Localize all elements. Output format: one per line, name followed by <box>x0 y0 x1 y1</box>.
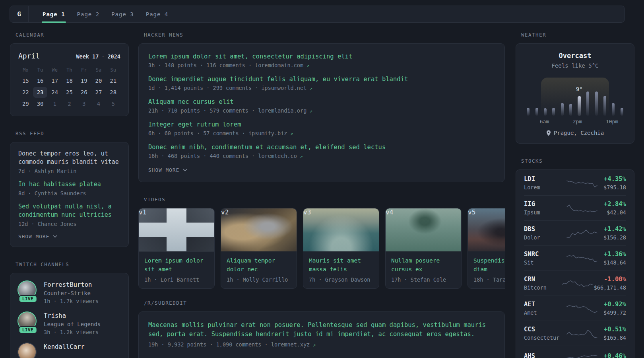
page-tab-label: Page 1 <box>43 11 65 18</box>
hackernews-item-title[interactable]: Donec enim nibh, condimentum et accumsan… <box>148 143 495 151</box>
calendar-day[interactable]: 29 <box>18 98 33 109</box>
rss-item: Sed volutpat nulla nisl, a condimentum n… <box>18 202 120 227</box>
calendar-day[interactable]: 15 <box>18 75 33 86</box>
calendar-day[interactable]: 17 <box>47 75 62 86</box>
video-card[interactable]: v2 Aliquam tempor dolor nec pharetra… 1h… <box>221 208 297 289</box>
hackernews-item-title[interactable]: Donec imperdiet augue tincidunt felis al… <box>148 75 495 83</box>
video-info: Aliquam tempor dolor nec pharetra… 1h · … <box>221 251 297 288</box>
rss-list: Donec tempor eros leo, ut commodo mauris… <box>18 150 120 227</box>
stock-row-ldi[interactable]: LDI Lorem +4.35% $795.18 <box>524 171 626 195</box>
weather-bar <box>584 78 592 116</box>
app-logo[interactable]: G <box>10 6 29 22</box>
calendar-day[interactable]: 5 <box>106 98 120 109</box>
hackernews-list: Lorem ipsum dolor sit amet, consectetur … <box>148 53 495 159</box>
stock-id: CCS Consectetur <box>524 326 565 341</box>
video-title: Aliquam tempor dolor nec pharetra… <box>227 256 291 274</box>
twitch-channel[interactable]: KendallCarr <box>17 342 121 358</box>
show-more-button[interactable]: SHOW MORE <box>148 167 187 173</box>
tab-page-3[interactable]: Page 3 <box>105 6 140 22</box>
rss-widget: Donec tempor eros leo, ut commodo mauris… <box>10 142 129 247</box>
calendar-day[interactable]: 2 <box>62 98 77 109</box>
stock-row-snrc[interactable]: SNRC Sit +1.36% $148.64 <box>524 245 626 270</box>
video-card[interactable]: v1 Lorem ipsum dolor sit amet consectetu… <box>138 208 215 289</box>
video-card[interactable]: v5 Suspendisse diam 18h · Tara <box>467 208 505 289</box>
weather-hour-labels: 6am2pm10pm <box>524 119 626 125</box>
channel-name: ForrestBurton <box>44 281 99 288</box>
hackernews-item: Lorem ipsum dolor sit amet, consectetur … <box>148 53 495 68</box>
video-card[interactable]: v3 Mauris sit amet massa felis 7h · Gray… <box>303 208 379 289</box>
rss-item-title[interactable]: In hac habitasse platea <box>18 180 120 189</box>
calendar-day[interactable]: 21 <box>106 75 120 86</box>
calendar-day[interactable]: 16 <box>33 75 48 86</box>
weather-bar <box>532 78 541 116</box>
weather-hour-label <box>582 119 590 125</box>
stock-row-ahs[interactable]: AHS +0.46% <box>524 346 626 358</box>
weather-section: WEATHER Overcast Feels like 5°C 9° 6am2p… <box>516 32 634 144</box>
video-card[interactable]: v4 Nullam posuere cursus ex 17h · Stefan… <box>385 208 462 289</box>
twitch-channel[interactable]: LIVE Trisha League of Legends 3h · 1.2k … <box>17 311 121 335</box>
calendar-day[interactable]: 23 <box>33 87 48 98</box>
channel-avatar <box>17 342 38 358</box>
left-column: CALENDAR April Week 17·2024 MoTuWeThFrSa… <box>10 32 129 358</box>
calendar-weekday: We <box>47 66 62 74</box>
post-title[interactable]: Maecenas mollis pulvinar erat non posuer… <box>148 321 495 339</box>
stock-price: $499.72 <box>603 309 626 316</box>
video-info: Suspendisse diam 18h · Tara <box>468 251 505 288</box>
show-more-button[interactable]: SHOW MORE <box>18 233 57 239</box>
tab-page-1[interactable]: Page 1 <box>37 6 71 22</box>
weather-hour-label <box>532 119 540 125</box>
calendar-day-grid: 1516171819202122232425262728293012345 <box>18 75 120 109</box>
calendar-day[interactable]: 19 <box>77 75 91 86</box>
stock-row-iig[interactable]: IIG Ipsum +2.84% $42.04 <box>524 195 626 220</box>
hackernews-item-title[interactable]: Integer eget rutrum lorem <box>148 121 495 128</box>
video-meta: 18h · Tara <box>473 276 505 283</box>
live-badge: LIVE <box>19 295 37 303</box>
video-title: Suspendisse diam <box>473 256 505 274</box>
weather-location-label: Prague, Czechia <box>554 130 604 136</box>
calendar-day[interactable]: 1 <box>47 98 62 109</box>
stock-price: $165.84 <box>603 335 626 341</box>
calendar-day[interactable]: 25 <box>62 87 77 98</box>
calendar-weekday: Sa <box>91 66 106 74</box>
hackernews-item-title[interactable]: Lorem ipsum dolor sit amet, consectetur … <box>148 53 495 60</box>
stock-change: +0.92% <box>603 301 626 308</box>
stock-row-aet[interactable]: AET Amet +0.92% $499.72 <box>524 296 626 321</box>
rss-item-title[interactable]: Sed volutpat nulla nisl, a condimentum n… <box>18 202 120 219</box>
video-title: Nullam posuere cursus ex <box>391 256 456 274</box>
tab-page-4[interactable]: Page 4 <box>140 6 175 22</box>
hackernews-item: Integer eget rutrum lorem 6h · 60 points… <box>148 121 495 136</box>
calendar-day[interactable]: 22 <box>18 87 33 98</box>
rss-item-title[interactable]: Donec tempor eros leo, ut commodo mauris… <box>18 150 120 166</box>
stock-price: $795.18 <box>603 184 626 191</box>
twitch-section-title: TWITCH CHANNELS <box>16 261 129 267</box>
calendar-weekday: Su <box>106 66 120 74</box>
weather-bar <box>541 78 549 116</box>
stock-symbol: IIG <box>524 200 565 208</box>
hackernews-item-title[interactable]: Aliquam nec cursus elit <box>148 98 495 106</box>
weather-bar <box>524 78 532 116</box>
calendar-day[interactable]: 26 <box>77 87 91 98</box>
stock-row-dbs[interactable]: DBS Dolor +1.42% $156.28 <box>524 220 626 245</box>
calendar-day[interactable]: 18 <box>62 75 77 86</box>
calendar-day[interactable]: 30 <box>33 98 48 109</box>
rss-item-meta: 8d · Cynthia Saunders <box>18 190 120 197</box>
calendar-day[interactable]: 27 <box>91 87 106 98</box>
hackernews-item: Donec enim nibh, condimentum et accumsan… <box>148 143 495 159</box>
stock-change: +1.36% <box>603 251 626 258</box>
channel-avatar: LIVE <box>17 311 38 334</box>
hackernews-item-meta: 21h · 710 points · 579 comments · loreml… <box>148 107 495 114</box>
calendar-day[interactable]: 20 <box>91 75 106 86</box>
stock-row-ccs[interactable]: CCS Consectetur +0.51% $165.84 <box>524 321 626 346</box>
twitch-section: TWITCH CHANNELS LIVE ForrestBurton Count… <box>10 261 129 358</box>
calendar-day[interactable]: 28 <box>106 87 120 98</box>
calendar-day[interactable]: 3 <box>77 98 91 109</box>
calendar-day[interactable]: 4 <box>91 98 106 109</box>
calendar-day[interactable]: 24 <box>47 87 62 98</box>
twitch-channel[interactable]: LIVE ForrestBurton Counter-Strike 1h · 1… <box>17 280 121 304</box>
tab-page-2[interactable]: Page 2 <box>71 6 106 22</box>
weather-hour-label <box>549 119 557 125</box>
stock-row-crn[interactable]: CRN Bitcorn -1.00% $66,171.48 <box>524 270 626 296</box>
calendar-weekday: Fr <box>77 66 91 74</box>
page-tab-label: Page 4 <box>146 11 169 18</box>
calendar-month: April <box>18 52 40 60</box>
